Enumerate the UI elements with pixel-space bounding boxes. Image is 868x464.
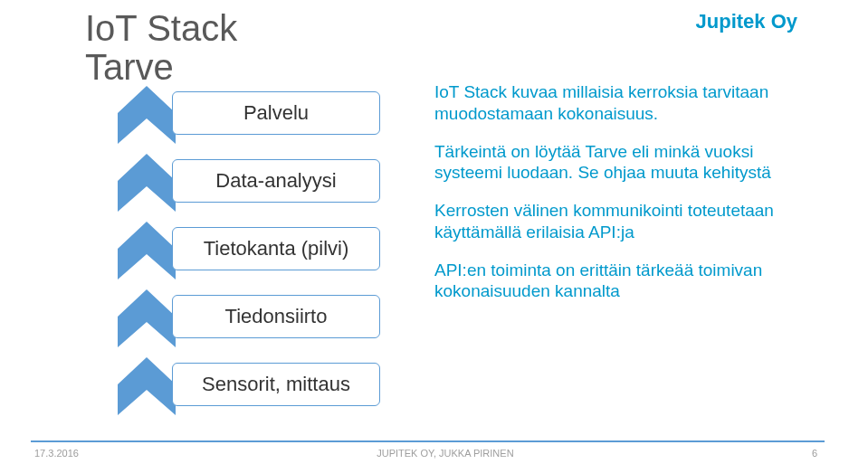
chevron-up-icon xyxy=(118,154,176,210)
stack-layer: Palvelu xyxy=(118,89,380,145)
footer-center: JUPITEK OY, JUKKA PIRINEN xyxy=(377,448,513,459)
stack-layer: Tiedonsiirto xyxy=(118,292,380,348)
brand-logo-text: Jupitek Oy xyxy=(696,10,797,33)
stack-layer: Data-analyysi xyxy=(118,156,380,213)
footer-page: 6 xyxy=(812,448,817,459)
chevron-up-icon xyxy=(118,289,176,346)
stack-layer-label: Sensorit, mittaus xyxy=(172,363,380,406)
footer-divider xyxy=(31,440,825,442)
stack-layer: Tietokanta (pilvi) xyxy=(118,224,380,280)
paragraph: Kerrosten välinen kommunikointi toteutet… xyxy=(434,200,796,243)
paragraph: API:en toiminta on erittäin tärkeää toim… xyxy=(434,260,796,303)
stack-layer-label: Tietokanta (pilvi) xyxy=(172,227,380,270)
paragraph: Tärkeintä on löytää Tarve eli minkä vuok… xyxy=(434,141,796,185)
stack-layer-label: Palvelu xyxy=(172,91,380,135)
chevron-up-icon xyxy=(118,357,176,413)
stack-layer-label: Tiedonsiirto xyxy=(172,295,380,338)
title-line-2: Tarve xyxy=(85,47,237,88)
stack-layer: Sensorit, mittaus xyxy=(118,360,380,416)
footer-date: 17.3.2016 xyxy=(34,448,79,459)
iot-stack-diagram: PalveluData-analyysiTietokanta (pilvi)Ti… xyxy=(118,89,380,428)
slide-title-block: IoT Stack Tarve xyxy=(85,9,237,88)
chevron-up-icon xyxy=(118,86,176,142)
stack-layer-label: Data-analyysi xyxy=(172,159,380,203)
paragraph: IoT Stack kuvaa millaisia kerroksia tarv… xyxy=(434,81,796,125)
title-line-1: IoT Stack xyxy=(85,9,237,47)
chevron-up-icon xyxy=(118,222,176,278)
body-text: IoT Stack kuvaa millaisia kerroksia tarv… xyxy=(434,81,796,318)
slide-footer: 17.3.2016 JUPITEK OY, JUKKA PIRINEN 6 xyxy=(0,448,868,459)
